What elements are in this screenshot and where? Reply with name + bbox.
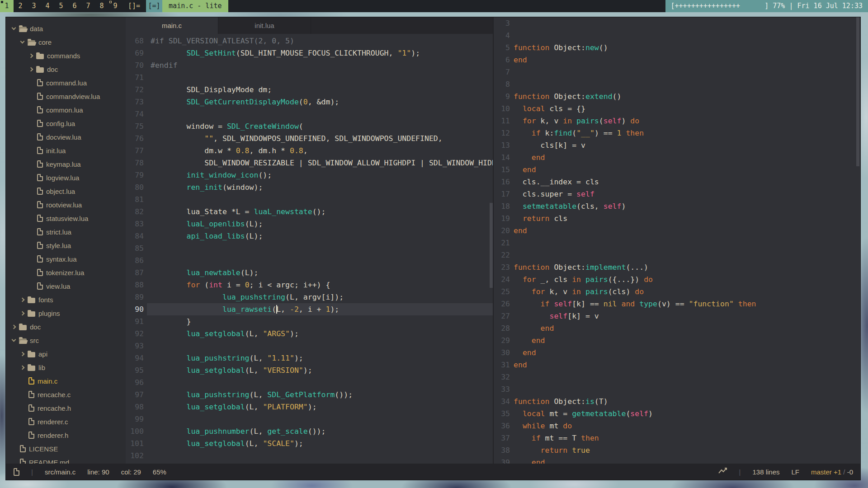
tree-item-object-lua[interactable]: object.lua (6, 184, 126, 198)
tree-item-fonts[interactable]: fonts (6, 293, 126, 306)
folder-open-icon (28, 40, 35, 46)
scrollbar-thumb[interactable] (490, 203, 493, 288)
tree-item-lib[interactable]: lib (6, 361, 126, 374)
tree-item-command-lua[interactable]: command.lua (6, 76, 126, 89)
chevron-down-icon[interactable] (12, 338, 16, 342)
line-number: 91 (126, 315, 144, 328)
code-line-31: 31end (494, 359, 860, 371)
tree-item-rootview-lua[interactable]: rootview.lua (6, 198, 126, 211)
tree-item-common-lua[interactable]: common.lua (6, 103, 126, 117)
chevron-right-icon[interactable] (20, 311, 25, 315)
line-number: 95 (126, 364, 144, 376)
line-number: 80 (126, 181, 144, 193)
code-text: lua_pushstring(L, argv[i]); (151, 291, 344, 303)
tree-item-logview-lua[interactable]: logview.lua (6, 171, 126, 184)
tree-item-view-lua[interactable]: view.lua (6, 279, 126, 293)
code-text: init_window_icon(); (151, 169, 272, 181)
chevron-right-icon[interactable] (29, 53, 33, 58)
layout-extra-symbol: [=] (146, 0, 162, 12)
file-icon (37, 269, 43, 276)
scrollbar-thumb[interactable] (856, 17, 859, 166)
line-number: 21 (494, 237, 510, 249)
line-number: 13 (494, 139, 510, 151)
chevron-right-icon[interactable] (20, 365, 25, 370)
tree-item-license[interactable]: LICENSE (6, 442, 126, 455)
tree-item-main-c[interactable]: main.c (6, 374, 126, 388)
tree-item-keymap-lua[interactable]: keymap.lua (6, 157, 126, 171)
chevron-down-icon[interactable] (12, 26, 16, 30)
tree-item-doc[interactable]: doc (6, 320, 126, 333)
chevron-right-icon[interactable] (20, 297, 25, 302)
line-number: 97 (126, 389, 144, 401)
code-text: SDL_GetCurrentDisplayMode(0, &dm); (151, 96, 339, 108)
tree-item-docview-lua[interactable]: docview.lua (6, 130, 126, 144)
code-text: api_load_libs(L); (151, 230, 263, 242)
tree-item-renderer-h[interactable]: renderer.h (6, 428, 126, 442)
code-line-15: 15 end (494, 164, 860, 176)
line-number: 6 (494, 54, 510, 66)
tab-init-lua[interactable]: init.lua (218, 17, 311, 34)
code-text: for k, v in pairs(self) do (514, 115, 639, 127)
line-number: 68 (126, 35, 144, 47)
workspace-tag-8[interactable]: 8 (95, 0, 108, 12)
code-line-10: 10 local cls = {} (494, 103, 860, 115)
tree-item-renderer-c[interactable]: renderer.c (6, 415, 126, 428)
tab-main-c[interactable]: main.c (126, 17, 218, 34)
code-text: end (514, 347, 536, 359)
tree-item-label: statusview.lua (46, 215, 88, 222)
code-line-35: 35 local mt = getmetatable(self) (494, 408, 860, 420)
tree-item-config-lua[interactable]: config.lua (6, 117, 126, 130)
tree-item-doc[interactable]: doc (6, 62, 126, 76)
tree-item-style-lua[interactable]: style.lua (6, 239, 126, 252)
status-right-group: | 138 lines LF master +1 / -0 (718, 468, 860, 476)
code-line-90: 90 lua_rawseti(L, -2, i + 1); (126, 303, 493, 315)
code-pane-right[interactable]: 345function Object:new()6end789function … (494, 17, 860, 464)
tree-item-tokenizer-lua[interactable]: tokenizer.lua (6, 266, 126, 279)
workspace-tag-6[interactable]: 6 (68, 0, 81, 12)
code-text: lua_setglobal(L, "VERSION"); (151, 364, 312, 376)
line-number: 79 (126, 169, 144, 181)
tree-item-syntax-lua[interactable]: syntax.lua (6, 252, 126, 266)
code-line-6: 6end (494, 54, 860, 66)
tree-item-core[interactable]: core (6, 35, 126, 49)
workspace-tag-7[interactable]: 7 (81, 0, 95, 12)
workspace-tag-5[interactable]: 5 (54, 0, 68, 12)
layout-symbol[interactable]: []= (122, 0, 146, 12)
file-tree[interactable]: datacorecommandsdoccommand.luacommandvie… (6, 17, 126, 464)
tree-item-strict-lua[interactable]: strict.lua (6, 225, 126, 239)
file-icon (28, 418, 34, 425)
workspace-tag-4[interactable]: 4 (41, 0, 54, 12)
tree-item-readme-md[interactable]: README.md (6, 455, 126, 464)
workspace-tag-2[interactable]: 2 (14, 0, 27, 12)
tree-item-label: strict.lua (46, 228, 71, 236)
line-number: 15 (494, 164, 510, 176)
tree-item-init-lua[interactable]: init.lua (6, 144, 126, 157)
folder-icon (28, 298, 35, 303)
chevron-down-icon[interactable] (20, 39, 25, 44)
tree-item-src[interactable]: src (6, 333, 126, 347)
workspace-tag-1[interactable]: 1 (0, 0, 14, 12)
tree-item-commands[interactable]: commands (6, 49, 126, 62)
tree-item-statusview-lua[interactable]: statusview.lua (6, 211, 126, 225)
workspace-tag-3[interactable]: 3 (27, 0, 41, 12)
tree-item-rencache-h[interactable]: rencache.h (6, 401, 126, 415)
tree-item-data[interactable]: data (6, 22, 126, 35)
tree-item-label: README.md (29, 459, 69, 464)
tree-item-api[interactable]: api (6, 347, 126, 361)
line-number: 76 (126, 132, 144, 145)
line-number: 74 (126, 108, 144, 120)
git-separator: / (843, 468, 845, 476)
tree-item-commandview-lua[interactable]: commandview.lua (6, 89, 126, 103)
code-line-16: 16 cls.__index = cls (494, 176, 860, 188)
workspace-tag-9[interactable]: 9 (108, 0, 122, 12)
code-pane-main[interactable]: 68#if SDL_VERSION_ATLEAST(2, 0, 5)69 SDL… (126, 34, 493, 464)
chevron-right-icon[interactable] (12, 324, 16, 329)
chevron-right-icon[interactable] (20, 352, 25, 356)
code-line-91: 91 } (126, 315, 493, 328)
code-line-81: 81 (126, 193, 493, 206)
chevron-right-icon[interactable] (29, 67, 33, 71)
folder-icon (28, 366, 35, 371)
tree-item-rencache-c[interactable]: rencache.c (6, 388, 126, 401)
folder-icon (19, 325, 27, 330)
tree-item-plugins[interactable]: plugins (6, 306, 126, 320)
